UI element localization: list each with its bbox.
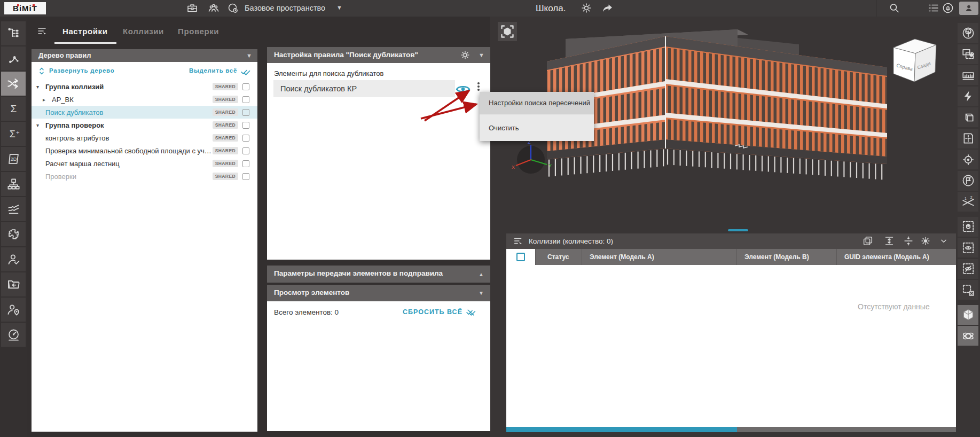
expand-tree-link[interactable]: Развернуть дерево — [49, 67, 114, 74]
expand-collapse-icon[interactable] — [37, 66, 46, 76]
toolbar-view-2d-button[interactable]: 2D — [1, 147, 26, 171]
toolbar-user-check-button[interactable] — [1, 247, 26, 271]
copy-results-icon[interactable] — [862, 235, 874, 247]
collapse-chevron-icon[interactable] — [938, 235, 950, 247]
toolbar-section-plane-button[interactable] — [958, 129, 978, 149]
select-all-checkbox[interactable] — [516, 253, 525, 261]
reset-all-link[interactable]: СБРОСИТЬ ВСЁ — [403, 308, 462, 316]
select-all-link[interactable]: Выделить всё — [189, 67, 237, 74]
toolbar-box-3d-button[interactable] — [958, 107, 978, 127]
column-header-1[interactable]: Статус — [535, 249, 582, 265]
reset-all-icon[interactable] — [466, 307, 476, 317]
tree-caret-icon[interactable]: ▾ — [36, 84, 44, 90]
eye-icon[interactable] — [455, 81, 471, 96]
tree-row-checkbox[interactable] — [242, 109, 249, 116]
tree-row-4[interactable]: ▾Группа проверокSHARED — [32, 119, 257, 131]
tree-row-3[interactable]: Поиск дубликатовSHARED — [32, 106, 257, 119]
toolbar-dashboard-gauge-button[interactable] — [1, 323, 26, 347]
menu-item-clear[interactable]: Очистить — [480, 114, 594, 141]
row-height-icon[interactable] — [883, 235, 895, 247]
rule-settings-header[interactable]: Настройка правила "Поиск дубликатов" ▼ — [267, 47, 490, 63]
show-elements-icon — [958, 238, 978, 257]
sum-plus-icon: Σ+ — [1, 122, 26, 146]
tab-checks[interactable]: Проверки — [178, 27, 219, 36]
toolbar-select-elements-button[interactable] — [958, 44, 978, 64]
chevron-down-icon[interactable]: ▼ — [479, 285, 484, 301]
briefcase-icon[interactable] — [186, 2, 199, 14]
toolbar-plugins-puzzle-button[interactable] — [1, 222, 26, 246]
tree-row-checkbox[interactable] — [242, 160, 249, 167]
toolbar-folder-export-button[interactable] — [1, 272, 26, 296]
share-icon[interactable] — [601, 2, 614, 14]
toolbar-show-elements-button[interactable] — [958, 238, 978, 257]
menu-item-intersection-settings[interactable]: Настройки поиска пересечений — [480, 92, 594, 114]
tree-row-2[interactable]: ▸АР_ВКSHARED — [32, 93, 257, 106]
gear-icon[interactable] — [580, 2, 593, 14]
tree-row-checkbox[interactable] — [242, 122, 249, 129]
toolbar-sum-plus-button[interactable]: Σ+ — [1, 122, 26, 146]
team-icon[interactable] — [207, 2, 220, 14]
toolbar-sum-button[interactable]: Σ — [1, 97, 26, 121]
toolbar-charts-trend-button[interactable] — [1, 197, 26, 221]
double-check-icon[interactable] — [240, 66, 251, 76]
tab-settings[interactable]: Настройки — [62, 27, 108, 36]
toolbar-user-location-button[interactable] — [1, 298, 26, 322]
toolbar-vegetation-tree-button[interactable] — [958, 23, 978, 43]
toolbar-clear-visibility-button[interactable] — [958, 280, 978, 300]
toolbar-orbit-view-button[interactable] — [958, 326, 978, 346]
tree-row-checkbox[interactable] — [242, 147, 249, 154]
search-icon[interactable] — [888, 2, 900, 14]
horizontal-scrollbar[interactable] — [506, 427, 956, 432]
app-logo[interactable]: BiMiT — [4, 2, 46, 14]
rules-tree-header[interactable]: Дерево правил ▼ — [32, 49, 257, 62]
tree-row-5[interactable]: контроль атрибутовSHARED — [32, 131, 257, 144]
transfer-params-header[interactable]: Параметры передачи элементов в подправил… — [267, 266, 490, 283]
tree-caret-icon[interactable]: ▸ — [43, 97, 51, 103]
notifications-icon[interactable] — [942, 2, 954, 14]
tree-row-checkbox[interactable] — [242, 96, 249, 103]
tree-row-6[interactable]: Проверка минимальной свободной площади с… — [32, 144, 257, 157]
tree-row-checkbox[interactable] — [242, 135, 249, 142]
tree-row-8[interactable]: ПроверкиSHARED — [32, 170, 257, 183]
panel-menu-icon[interactable] — [513, 235, 524, 247]
toolbar-flag-marker-button[interactable] — [958, 171, 978, 191]
column-header-4[interactable]: GUID элемента (Модель A) — [836, 249, 956, 265]
column-header-3[interactable]: Элемент (Модель B) — [736, 249, 836, 265]
toolbar-dimension-lines-button[interactable]: 12 — [958, 192, 978, 212]
toolbar-solid-cube-button[interactable] — [958, 305, 978, 325]
chevron-down-icon[interactable]: ▼ — [479, 47, 484, 63]
panel-drag-handle[interactable] — [728, 229, 748, 231]
toolbar-hide-elements-button[interactable] — [958, 259, 978, 279]
fit-to-view-button[interactable] — [498, 22, 517, 41]
toolbar-measure-ruler-button[interactable] — [958, 65, 978, 85]
settings-gear-icon[interactable] — [920, 235, 931, 247]
toolbar-graph-branch-button[interactable] — [1, 46, 26, 71]
tree-row-checkbox[interactable] — [242, 83, 249, 90]
toolbar-collision-rules-button[interactable] — [1, 72, 26, 96]
tab-collisions[interactable]: Коллизии — [123, 27, 164, 36]
toolbar-clash-lightning-button[interactable] — [958, 87, 978, 106]
toolbar-locate-target-button[interactable] — [958, 150, 978, 169]
view-cube[interactable]: Справа Сзади — [893, 39, 936, 82]
account-icon[interactable] — [959, 2, 978, 15]
chevron-down-icon[interactable]: ▼ — [246, 49, 252, 62]
tree-row-7[interactable]: Расчет марша лестницSHARED — [32, 157, 257, 170]
panel-menu-icon[interactable] — [36, 25, 49, 37]
view-elements-header[interactable]: Просмотр элементов ▼ — [267, 285, 490, 301]
gear-icon[interactable] — [459, 49, 471, 61]
workspace-selector[interactable]: Базовое пространство — [245, 0, 325, 17]
duplicate-search-field[interactable]: Поиск дубликатов КР — [273, 80, 455, 97]
chevron-down-icon[interactable]: ▼ — [336, 0, 342, 17]
versions-icon[interactable] — [226, 2, 239, 14]
tree-row-checkbox[interactable] — [242, 173, 249, 180]
list-menu-icon[interactable] — [927, 2, 940, 14]
scrollbar-thumb[interactable] — [506, 427, 737, 432]
toolbar-org-chart-button[interactable] — [1, 172, 26, 196]
toolbar-model-tree-button[interactable] — [1, 21, 26, 45]
fit-rows-icon[interactable] — [903, 235, 914, 247]
toolbar-isolate-box-button[interactable] — [958, 217, 978, 237]
column-header-2[interactable]: Элемент (Модель A) — [582, 249, 736, 265]
tree-row-1[interactable]: ▾Группа коллизийSHARED — [32, 80, 257, 93]
tree-caret-icon[interactable]: ▾ — [36, 122, 44, 128]
chevron-up-icon[interactable]: ▲ — [479, 266, 484, 283]
